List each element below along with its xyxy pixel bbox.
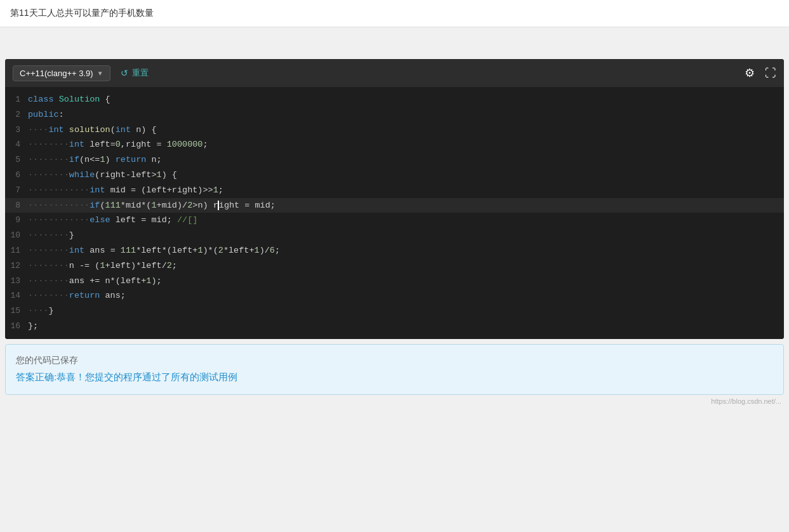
table-row: 5 ········if(n<=1) return n; [5, 152, 784, 168]
toolbar-right: ⚙ ⛶ [745, 66, 776, 80]
table-row: 4 ········int left=0,right = 1000000; [5, 137, 784, 152]
spacer [0, 27, 789, 59]
line-number: 1 [5, 93, 28, 107]
table-row: 16 }; [5, 319, 784, 334]
line-content: ········while(right-left>1) { [28, 168, 784, 182]
fullscreen-icon: ⛶ [765, 67, 776, 79]
line-number: 2 [5, 109, 28, 122]
table-row: 14 ········return ans; [5, 288, 784, 303]
line-number: 13 [5, 275, 28, 288]
line-content: }; [28, 319, 784, 333]
editor-toolbar: C++11(clang++ 3.9) ▼ ↺ 重置 ⚙ ⛶ [5, 59, 784, 87]
gear-icon: ⚙ [745, 67, 755, 79]
line-number: 3 [5, 124, 28, 137]
reset-button[interactable]: ↺ 重置 [121, 67, 149, 79]
line-content: class Solution { [28, 93, 784, 107]
status-saved: 您的代码已保存 [16, 355, 773, 366]
table-row: 7 ············int mid = (left+right)>>1; [5, 183, 784, 198]
line-number: 7 [5, 184, 28, 197]
line-number: 5 [5, 154, 28, 167]
line-content: ········int ans = 111*left*(left+1)*(2*l… [28, 244, 784, 258]
table-row: 9 ············else left = mid; //[] [5, 213, 784, 228]
page-title: 第11天工人总共可以量产的手机数量 [10, 8, 154, 19]
line-number: 15 [5, 305, 28, 318]
line-number: 6 [5, 169, 28, 182]
footer-watermark: https://blog.csdn.net/... [0, 395, 789, 408]
table-row: 8 ············if(111*mid*(1+mid)/2>n) ri… [5, 198, 784, 213]
table-row: 15 ····} [5, 303, 784, 319]
code-area: 1 class Solution { 2 public: 3 ····int s… [5, 87, 784, 339]
line-content: ············if(111*mid*(1+mid)/2>n) righ… [28, 199, 784, 213]
table-row: 2 public: [5, 107, 784, 123]
line-number: 11 [5, 244, 28, 258]
line-number: 10 [5, 229, 28, 243]
table-row: 10 ········} [5, 228, 784, 243]
line-content: ············else left = mid; //[] [28, 213, 784, 227]
status-success: 答案正确:恭喜！您提交的程序通过了所有的测试用例 [16, 371, 773, 383]
line-number: 4 [5, 138, 28, 152]
table-row: 3 ····int solution(int n) { [5, 123, 784, 138]
line-content: ········return ans; [28, 289, 784, 303]
line-content: ····int solution(int n) { [28, 123, 784, 137]
line-content: ········if(n<=1) return n; [28, 153, 784, 167]
line-number: 16 [5, 320, 28, 333]
line-number: 12 [5, 260, 28, 273]
line-number: 9 [5, 214, 28, 227]
line-content: public: [28, 108, 784, 122]
settings-button[interactable]: ⚙ [745, 66, 755, 80]
line-content: ········n -= (1+left)*left/2; [28, 259, 784, 273]
line-content: ········int left=0,right = 1000000; [28, 138, 784, 152]
language-selector[interactable]: C++11(clang++ 3.9) ▼ [13, 65, 110, 81]
toolbar-left: C++11(clang++ 3.9) ▼ ↺ 重置 [13, 65, 149, 81]
line-number: 8 [5, 199, 28, 213]
fullscreen-button[interactable]: ⛶ [765, 67, 776, 80]
table-row: 11 ········int ans = 111*left*(left+1)*(… [5, 243, 784, 258]
chevron-down-icon: ▼ [97, 70, 103, 77]
watermark-text: https://blog.csdn.net/... [711, 397, 781, 405]
line-content: ············int mid = (left+right)>>1; [28, 183, 784, 197]
table-row: 1 class Solution { [5, 92, 784, 107]
line-content: ········ans += n*(left+1); [28, 274, 784, 288]
table-row: 13 ········ans += n*(left+1); [5, 274, 784, 289]
reset-label: 重置 [132, 67, 149, 79]
reset-icon: ↺ [121, 68, 128, 78]
table-row: 12 ········n -= (1+left)*left/2; [5, 258, 784, 274]
line-content: ····} [28, 304, 784, 318]
title-bar: 第11天工人总共可以量产的手机数量 [0, 0, 789, 27]
language-label: C++11(clang++ 3.9) [20, 69, 93, 78]
line-content: ········} [28, 229, 784, 243]
code-editor: C++11(clang++ 3.9) ▼ ↺ 重置 ⚙ ⛶ 1 class So… [5, 59, 784, 339]
table-row: 6 ········while(right-left>1) { [5, 168, 784, 183]
line-number: 14 [5, 289, 28, 303]
status-panel: 您的代码已保存 答案正确:恭喜！您提交的程序通过了所有的测试用例 [5, 344, 784, 395]
